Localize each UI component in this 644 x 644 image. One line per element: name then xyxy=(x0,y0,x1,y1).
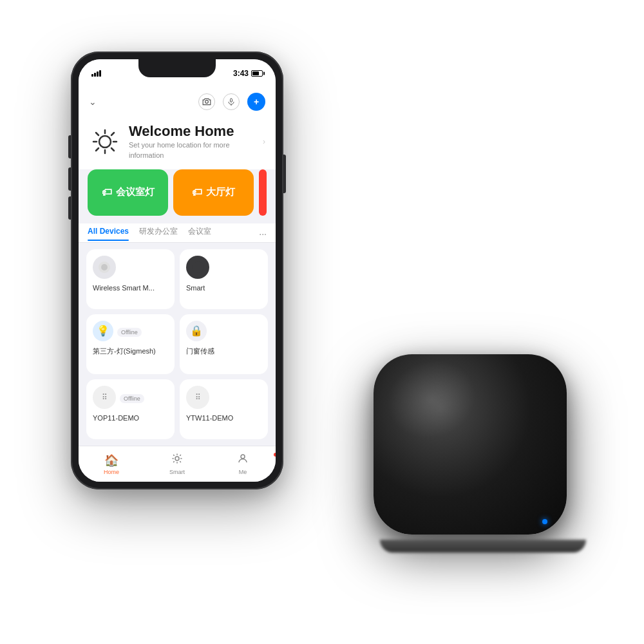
grid-card-smart[interactable]: Smart xyxy=(180,249,268,309)
sigmesh-device-name: 第三方-灯(Sigmesh) xyxy=(93,346,156,356)
device-grid: Wireless Smart M... Smart 💡 xyxy=(79,243,276,446)
hub-indicator-light xyxy=(542,519,547,524)
app-header: ⌄ + xyxy=(79,88,276,117)
battery-icon xyxy=(251,70,263,77)
svg-line-11 xyxy=(96,148,99,151)
phone-shell: 3:43 ⌄ xyxy=(71,52,283,489)
device-card-green-label: 会议室灯 xyxy=(116,186,155,198)
svg-point-0 xyxy=(205,100,209,104)
wireless-device-name: Wireless Smart M... xyxy=(93,284,155,292)
notch xyxy=(138,59,216,77)
tabs-more-icon[interactable]: ··· xyxy=(259,229,267,239)
add-button[interactable]: + xyxy=(247,93,265,111)
signal-icon xyxy=(91,70,101,77)
sensor-device-icon: 🔒 xyxy=(186,321,207,341)
svg-rect-1 xyxy=(231,99,232,102)
yop11-name: YOP11-DEMO xyxy=(93,414,139,422)
smart-device-name: Smart xyxy=(186,284,205,292)
me-nav-icon xyxy=(237,453,249,468)
hub-body xyxy=(374,354,567,535)
camera-button[interactable] xyxy=(198,93,215,110)
grid-card-sensor[interactable]: 🔒 门窗传感 xyxy=(180,314,268,374)
svg-line-8 xyxy=(96,133,99,135)
grid-card-wireless[interactable]: Wireless Smart M... xyxy=(86,249,175,309)
sun-icon xyxy=(89,126,121,158)
smart-device-icon xyxy=(186,256,209,279)
svg-line-23 xyxy=(173,461,175,462)
hub-rim xyxy=(380,540,586,553)
nav-me[interactable]: Me xyxy=(210,453,276,475)
yop11-icon: ⠿ xyxy=(93,386,116,409)
smart-nav-icon xyxy=(171,453,183,468)
tab-meeting[interactable]: 会议室 xyxy=(188,226,211,242)
device-card-red[interactable] xyxy=(259,169,267,216)
smart-nav-label: Smart xyxy=(169,469,185,475)
welcome-subtitle: Set your home location for more informat… xyxy=(129,140,255,160)
tag-icon-green: 🏷 xyxy=(102,187,112,198)
svg-line-22 xyxy=(180,455,181,456)
wireless-device-icon xyxy=(93,256,116,279)
time-display: 3:43 xyxy=(233,69,249,78)
device-cards-row: 🏷 会议室灯 🏷 大厅灯 xyxy=(79,169,276,223)
grid-card-yop11[interactable]: ⠿ Offline YOP11-DEMO xyxy=(86,379,175,439)
offline-badge-yop11: Offline xyxy=(120,394,144,403)
svg-point-24 xyxy=(241,455,245,459)
svg-point-13 xyxy=(101,264,108,270)
tabs-section: All Devices 研发办公室 会议室 ··· xyxy=(79,223,276,243)
device-card-orange[interactable]: 🏷 大厅灯 xyxy=(173,169,254,216)
status-right: 3:43 xyxy=(233,69,263,78)
hub-shine xyxy=(376,354,488,451)
welcome-section[interactable]: Welcome Home Set your home location for … xyxy=(79,117,276,169)
nav-home[interactable]: 🏠 Home xyxy=(79,453,144,475)
ytw11-name: YTW11-DEMO xyxy=(186,414,233,422)
mic-button[interactable] xyxy=(223,93,240,110)
device-card-orange-label: 大厅灯 xyxy=(206,186,235,198)
svg-point-14 xyxy=(192,261,204,273)
tag-icon-orange: 🏷 xyxy=(192,187,202,198)
phone-screen: 3:43 ⌄ xyxy=(79,59,276,482)
sensor-device-name: 门窗传感 xyxy=(186,346,214,356)
welcome-title: Welcome Home xyxy=(129,124,255,139)
header-actions: + xyxy=(198,93,265,111)
tab-office[interactable]: 研发办公室 xyxy=(139,226,178,242)
svg-line-9 xyxy=(111,148,114,151)
svg-point-15 xyxy=(175,457,179,460)
hub-device xyxy=(374,354,592,547)
status-left xyxy=(91,70,101,77)
scene: 3:43 ⌄ xyxy=(32,32,612,612)
welcome-text: Welcome Home Set your home location for … xyxy=(129,124,255,160)
svg-line-10 xyxy=(111,133,114,135)
welcome-chevron-icon: › xyxy=(263,137,265,146)
ytw11-icon: ⠿ xyxy=(186,386,209,409)
home-nav-icon: 🏠 xyxy=(104,453,118,468)
device-card-green[interactable]: 🏷 会议室灯 xyxy=(88,169,168,216)
me-nav-label: Me xyxy=(239,469,247,475)
grid-card-sigmesh[interactable]: 💡 Offline 第三方-灯(Sigmesh) xyxy=(86,314,175,374)
home-nav-label: Home xyxy=(104,469,119,475)
status-bar: 3:43 xyxy=(79,59,276,88)
sigmesh-device-icon: 💡 xyxy=(93,321,113,341)
nav-smart[interactable]: Smart xyxy=(144,453,210,475)
svg-line-20 xyxy=(173,455,175,456)
grid-card-ytw11[interactable]: ⠿ YTW11-DEMO xyxy=(180,379,268,439)
dropdown-chevron-icon[interactable]: ⌄ xyxy=(89,97,97,107)
offline-badge-sigmesh: Offline xyxy=(117,328,142,337)
svg-point-3 xyxy=(99,136,111,147)
tab-all-devices[interactable]: All Devices xyxy=(88,227,129,241)
bottom-nav: 🏠 Home xyxy=(79,446,276,482)
svg-line-21 xyxy=(180,461,181,462)
